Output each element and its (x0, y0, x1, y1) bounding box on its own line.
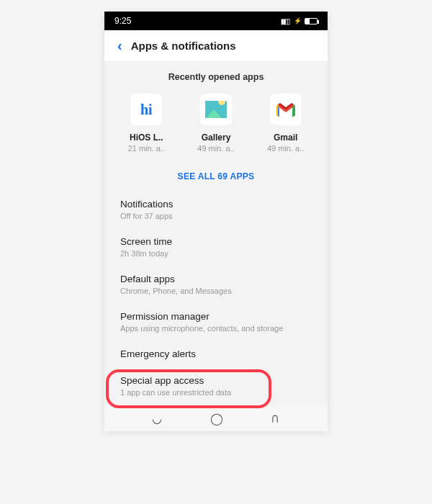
app-name: Gallery (187, 132, 245, 143)
gallery-icon (200, 94, 232, 125)
nav-home-icon[interactable]: ◯ (210, 412, 223, 426)
recent-apps-row: hi HiOS L.. 21 min. a.. Gallery 49 min. … (104, 89, 328, 160)
item-permission-manager[interactable]: Permission manager Apps using microphone… (104, 304, 328, 341)
item-title: Special app access (120, 375, 312, 386)
recent-app-hios[interactable]: hi HiOS L.. 21 min. a.. (117, 94, 175, 153)
battery-icon (305, 18, 318, 24)
item-title: Default apps (120, 274, 312, 284)
recent-app-gallery[interactable]: Gallery 49 min. a.. (187, 94, 245, 153)
app-sub: 49 min. a.. (187, 144, 245, 153)
item-sub: Off for 37 apps (120, 212, 312, 220)
app-name: Gmail (257, 132, 315, 143)
nav-recent-icon[interactable]: ◡ (152, 412, 162, 426)
phone-frame: 9:25 ▮▮▯▯ ⚡ ‹ Apps & notifications Recen… (104, 12, 328, 431)
item-title: Screen time (120, 236, 312, 247)
item-emergency-alerts[interactable]: Emergency alerts (104, 341, 328, 368)
item-sub: 1 app can use unrestricted data (120, 388, 312, 397)
item-sub: Apps using microphone, contacts, and sto… (120, 324, 312, 333)
item-title: Notifications (120, 199, 312, 210)
back-icon[interactable]: ‹ (112, 35, 128, 57)
header-bar: ‹ Apps & notifications (104, 30, 328, 62)
page-title: Apps & notifications (131, 40, 236, 52)
app-sub: 49 min. a.. (257, 144, 315, 153)
item-default-apps[interactable]: Default apps Chrome, Phone, and Messages (104, 266, 328, 304)
item-sub: 2h 38m today (120, 249, 312, 258)
status-bar: 9:25 ▮▮▯▯ ⚡ (104, 12, 328, 30)
hios-icon: hi (130, 94, 162, 125)
recent-heading: Recently opened apps (104, 62, 328, 89)
item-screen-time[interactable]: Screen time 2h 38m today (104, 229, 328, 266)
charging-icon: ⚡ (294, 17, 302, 24)
item-special-app-access[interactable]: Special app access 1 app can use unrestr… (104, 368, 328, 405)
item-title: Permission manager (120, 311, 312, 322)
nav-bar: ◡ ◯ ⊂ (104, 405, 328, 431)
app-sub: 21 min. a.. (117, 144, 175, 153)
status-icons: ▮▮▯▯ ⚡ (279, 17, 318, 25)
gmail-icon (270, 94, 302, 125)
nav-back-icon[interactable]: ⊂ (269, 414, 282, 423)
signal-icon: ▮▮▯▯ (281, 17, 290, 25)
app-name: HiOS L.. (117, 132, 175, 143)
see-all-apps-button[interactable]: SEE ALL 69 APPS (104, 160, 328, 192)
item-title: Emergency alerts (120, 348, 312, 359)
item-notifications[interactable]: Notifications Off for 37 apps (104, 192, 328, 229)
item-sub: Chrome, Phone, and Messages (120, 287, 312, 295)
status-time: 9:25 (114, 16, 131, 26)
recent-app-gmail[interactable]: Gmail 49 min. a.. (257, 94, 315, 153)
